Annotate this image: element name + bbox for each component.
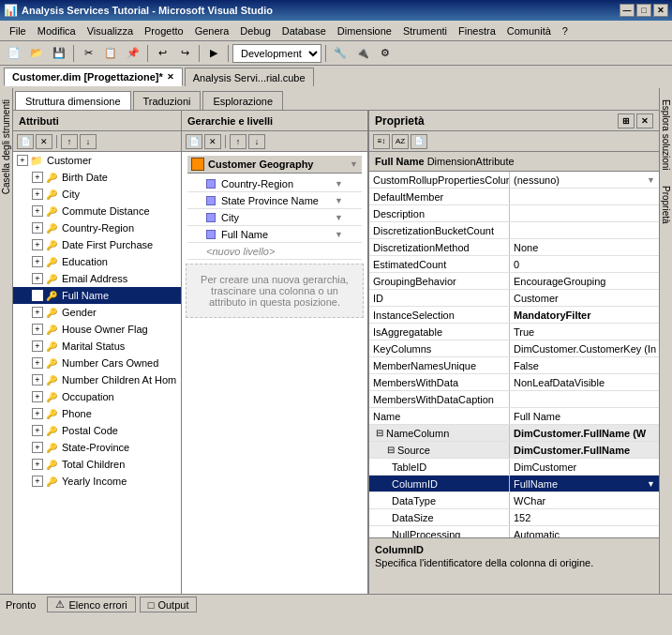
level-dropdown-icon-0[interactable]: ▼ xyxy=(335,179,343,189)
level-dropdown-icon-2[interactable]: ▼ xyxy=(335,213,343,222)
list-item-numbercars[interactable]: + 🔑 Number Cars Owned xyxy=(13,355,181,371)
menu-dimensione[interactable]: Dimensione xyxy=(332,23,397,38)
run-button[interactable]: ▶ xyxy=(203,43,224,64)
expand-icon-phone[interactable]: + xyxy=(32,408,43,419)
source-expand[interactable]: ⊟ xyxy=(384,445,397,455)
list-item-houseowner[interactable]: + 🔑 House Owner Flag xyxy=(13,321,181,338)
menu-debug[interactable]: Debug xyxy=(234,23,276,38)
menu-genera[interactable]: Genera xyxy=(189,23,235,38)
expand-icon-country[interactable]: + xyxy=(32,222,43,234)
save-button[interactable]: 💾 xyxy=(49,43,69,64)
list-item-occupation[interactable]: + 🔑 Occupation xyxy=(13,388,181,405)
expand-icon-gender[interactable]: + xyxy=(32,307,43,318)
deploy-button[interactable]: 🔧 xyxy=(330,43,351,64)
list-item-city[interactable]: + 🔑 City xyxy=(13,186,181,203)
prop-value-discmethod[interactable]: None xyxy=(510,239,659,255)
tab-traduzioni[interactable]: Traduzioni xyxy=(133,91,202,110)
expand-icon-commute[interactable]: + xyxy=(32,205,43,217)
expand-icon-customer[interactable]: + xyxy=(17,155,28,166)
attr-down-button[interactable]: ↓ xyxy=(80,134,97,149)
list-item-stateprovince[interactable]: + 🔑 State-Province xyxy=(13,439,181,456)
prop-value-datatype[interactable]: WChar xyxy=(510,492,659,508)
tab-esplorazione[interactable]: Esplorazione xyxy=(202,91,283,110)
new-button[interactable]: 📄 xyxy=(4,43,24,64)
paste-button[interactable]: 📌 xyxy=(123,43,143,64)
new-level-placeholder[interactable]: <nuovo livello> xyxy=(187,243,362,260)
redo-button[interactable]: ↪ xyxy=(174,43,195,64)
expand-icon-city[interactable]: + xyxy=(32,189,43,200)
list-item-datefirst[interactable]: + 🔑 Date First Purchase xyxy=(13,236,181,253)
expand-icon-yearlyincome[interactable]: + xyxy=(32,476,43,487)
hierarchy-dropdown-icon[interactable]: ▼ xyxy=(350,159,358,169)
hier-child-country[interactable]: Country-Region ▼ xyxy=(187,175,362,192)
connect-button[interactable]: 🔌 xyxy=(352,43,373,64)
menu-database[interactable]: Database xyxy=(276,23,332,38)
menu-visualizza[interactable]: Visualizza xyxy=(82,23,139,38)
attr-new-button[interactable]: 📄 xyxy=(17,134,34,149)
list-item-commute[interactable]: + 🔑 Commute Distance xyxy=(13,203,181,219)
list-item-fullname[interactable]: + 🔑 Full Name xyxy=(13,287,181,304)
attr-up-button[interactable]: ↑ xyxy=(61,134,78,149)
list-item-education[interactable]: + 🔑 Education xyxy=(13,253,181,270)
tab-struttura[interactable]: Struttura dimensione xyxy=(15,91,131,110)
prop-value-tableid[interactable]: DimCustomer xyxy=(510,459,659,475)
list-item-numberchildren[interactable]: + 🔑 Number Children At Hom xyxy=(13,371,181,388)
prop-value-membernamesunique[interactable]: False xyxy=(510,357,659,373)
list-item-postalcode[interactable]: + 🔑 Postal Code xyxy=(13,422,181,439)
namecolumn-expand[interactable]: ⊟ xyxy=(373,428,386,438)
expand-icon-birthdate[interactable]: + xyxy=(32,172,43,183)
prop-sort-alpha[interactable]: AZ xyxy=(392,134,409,149)
hier-up-button[interactable]: ↑ xyxy=(230,134,246,149)
status-tab-output[interactable]: □ Output xyxy=(140,597,198,612)
status-tab-errors[interactable]: ⚠ Elenco errori xyxy=(47,597,135,612)
prop-value-discbucket[interactable] xyxy=(510,222,659,238)
expand-icon-education[interactable]: + xyxy=(32,256,43,267)
level-dropdown-icon-3[interactable]: ▼ xyxy=(335,230,343,239)
expand-icon-datefirst[interactable]: + xyxy=(32,239,43,250)
expand-icon-fullname[interactable]: + xyxy=(32,290,43,301)
menu-strumenti[interactable]: Strumenti xyxy=(397,23,453,38)
menu-comunita[interactable]: Comunità xyxy=(501,23,557,38)
prop-sort-category[interactable]: ≡↕ xyxy=(373,134,390,149)
prop-value-nullprocessing[interactable]: Automatic xyxy=(510,526,659,537)
list-item-country[interactable]: + 🔑 Country-Region xyxy=(13,219,181,236)
prop-value-memberswithdatacaption[interactable] xyxy=(510,391,659,407)
expand-icon-stateprovince[interactable]: + xyxy=(32,442,43,453)
list-item-email[interactable]: + 🔑 Email Address xyxy=(13,270,181,287)
hier-child-city[interactable]: City ▼ xyxy=(187,209,362,226)
prop-value-namecolumn[interactable]: DimCustomer.FullName (W xyxy=(510,425,659,441)
attr-delete-button[interactable]: ✕ xyxy=(36,134,52,149)
tab-analysis-services[interactable]: Analysis Servi...rial.cube xyxy=(185,68,314,86)
prop-value-instanceselection[interactable]: MandatoryFilter xyxy=(510,307,659,323)
menu-file[interactable]: File xyxy=(4,23,32,38)
expand-icon-totalchildren[interactable]: + xyxy=(32,459,43,470)
hier-new-button[interactable]: 📄 xyxy=(186,134,202,149)
hier-child-fullname[interactable]: Full Name ▼ xyxy=(187,226,362,243)
menu-modifica[interactable]: Modifica xyxy=(32,23,82,38)
expand-icon-numberchildren[interactable]: + xyxy=(32,374,43,386)
process-button[interactable]: ⚙ xyxy=(375,43,396,64)
list-item-marital[interactable]: + 🔑 Marital Status xyxy=(13,338,181,355)
prop-value-columnid[interactable]: FullName ▼ xyxy=(510,476,659,491)
prop-value-id[interactable]: Customer xyxy=(510,290,659,306)
level-dropdown-icon-1[interactable]: ▼ xyxy=(335,196,343,205)
list-item-gender[interactable]: + 🔑 Gender xyxy=(13,304,181,321)
close-button[interactable]: ✕ xyxy=(653,4,668,17)
open-button[interactable]: 📂 xyxy=(26,43,47,64)
prop-value-description[interactable] xyxy=(510,205,659,221)
expand-icon-numbercars[interactable]: + xyxy=(32,357,43,369)
list-item-yearlyincome[interactable]: + 🔑 Yearly Income xyxy=(13,473,181,490)
prop-pages[interactable]: 📄 xyxy=(411,134,427,149)
list-item-customer[interactable]: + 📁 Customer xyxy=(13,152,181,169)
prop-value-memberswithdata[interactable]: NonLeafDataVisible xyxy=(510,374,659,390)
minimize-button[interactable]: — xyxy=(620,4,635,17)
prop-value-groupingbehavior[interactable]: EncourageGrouping xyxy=(510,273,659,289)
hierarchy-header-customer-geography[interactable]: Customer Geography ▼ xyxy=(187,156,362,174)
list-item-phone[interactable]: + 🔑 Phone xyxy=(13,405,181,422)
list-item-totalchildren[interactable]: + 🔑 Total Children xyxy=(13,456,181,473)
prop-value-customrollup[interactable]: (nessuno) ▼ xyxy=(510,172,659,188)
expand-icon-marital[interactable]: + xyxy=(32,340,43,352)
menu-finestra[interactable]: Finestra xyxy=(453,23,501,38)
expand-icon-houseowner[interactable]: + xyxy=(32,324,43,335)
prop-close-button[interactable]: ✕ xyxy=(636,113,653,129)
